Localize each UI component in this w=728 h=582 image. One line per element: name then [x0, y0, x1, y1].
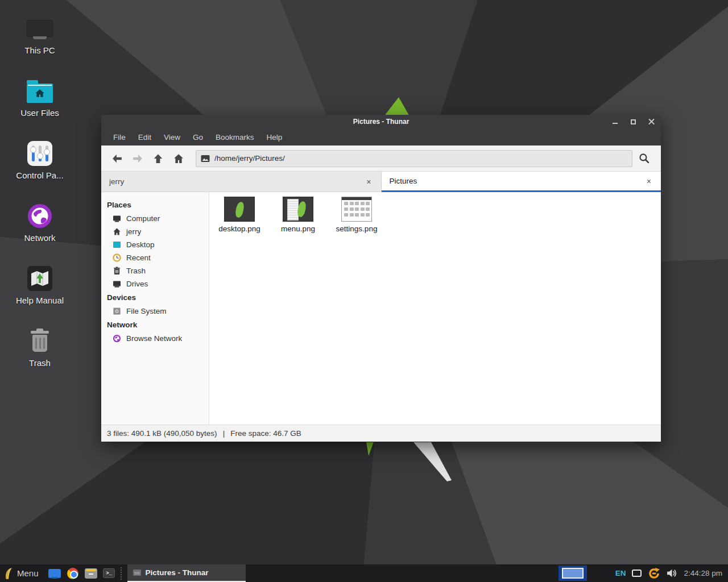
feather-green-sliver [366, 442, 374, 456]
window-thumbnail-icon [133, 569, 141, 576]
menubar: File Edit View Go Bookmarks Help [101, 128, 661, 146]
start-menu-button[interactable] [0, 564, 16, 582]
volume-icon[interactable] [667, 568, 677, 578]
tab-pictures[interactable]: Pictures × [382, 172, 661, 192]
back-button[interactable] [107, 149, 127, 168]
computer-icon [113, 214, 121, 223]
desktop-icon-this-pc[interactable]: This PC [0, 14, 80, 55]
sliders-icon [0, 139, 80, 168]
clock[interactable]: 2:44:28 pm [684, 569, 722, 577]
computer-icon [0, 14, 80, 43]
sidebar-header-devices: Devices [101, 290, 209, 305]
globe-icon [0, 202, 80, 230]
file-name: desktop.png [212, 225, 267, 233]
display-settings-tray-icon[interactable] [632, 569, 642, 577]
sidebar-item-label: Recent [126, 253, 151, 262]
sidebar-item-file-system[interactable]: File System [101, 305, 209, 318]
panel-grip[interactable] [121, 567, 125, 580]
sidebar-item-label: Browse Network [126, 334, 182, 343]
menu-button-label[interactable]: Menu [16, 568, 46, 578]
keyboard-layout-indicator[interactable]: EN [615, 569, 626, 577]
image-icon [201, 155, 210, 163]
file-name: settings.png [329, 225, 384, 233]
forward-arrow-icon [133, 153, 143, 164]
path-text: /home/jerry/Pictures/ [214, 154, 285, 163]
sidebar-item-label: Trash [126, 267, 146, 275]
file-item-desktop-png[interactable]: desktop.png [212, 197, 267, 233]
status-separator: | [223, 429, 225, 438]
back-arrow-icon [112, 153, 122, 164]
clock-icon [113, 253, 121, 262]
file-item-settings-png[interactable]: settings.png [329, 197, 384, 233]
file-manager-launcher[interactable] [82, 564, 100, 582]
feather-green-tip [383, 97, 410, 117]
menu-go[interactable]: Go [187, 131, 209, 144]
forward-button[interactable] [127, 149, 148, 168]
desktop-icon-network[interactable]: Network [0, 202, 80, 243]
thunar-window: Pictures - Thunar File Edit View Go Book… [101, 115, 661, 442]
desktop-icon-label: Help Manual [0, 296, 80, 305]
path-bar[interactable]: /home/jerry/Pictures/ [196, 150, 632, 167]
menu-file[interactable]: File [107, 131, 132, 144]
search-button[interactable] [632, 149, 655, 168]
up-arrow-icon [153, 153, 163, 164]
menu-help[interactable]: Help [260, 131, 289, 144]
home-folder-icon [0, 77, 80, 105]
desktop-icon-label: Network [0, 233, 80, 243]
file-pane[interactable]: desktop.png menu.png settings.png [209, 192, 661, 425]
file-thumbnail [341, 197, 372, 222]
feather-quill [413, 442, 452, 481]
desktop-icon-control-panel[interactable]: Control Pa... [0, 139, 80, 180]
menu-view[interactable]: View [158, 131, 187, 144]
task-button-thunar[interactable]: Pictures - Thunar [127, 564, 246, 582]
desktop-icon-label: This PC [0, 45, 80, 55]
workspace-switcher[interactable] [559, 566, 587, 581]
window-title: Pictures - Thunar [353, 118, 410, 126]
maximize-button[interactable] [629, 118, 637, 126]
show-desktop-button[interactable] [46, 564, 64, 582]
tab-bar: jerry × Pictures × [101, 172, 661, 192]
active-workspace[interactable] [562, 568, 584, 579]
desktop-icon-trash[interactable]: Trash [0, 327, 80, 368]
file-thumbnail [283, 197, 313, 222]
home-icon [173, 153, 184, 164]
sidebar-item-trash[interactable]: Trash [101, 264, 209, 277]
sidebar-item-desktop[interactable]: Desktop [101, 238, 209, 251]
tab-jerry[interactable]: jerry × [101, 172, 382, 192]
file-item-menu-png[interactable]: menu.png [271, 197, 325, 233]
up-button[interactable] [148, 149, 168, 168]
file-thumbnail [224, 197, 255, 222]
file-name: menu.png [271, 225, 325, 233]
update-manager-icon[interactable] [648, 567, 660, 580]
distro-logo-icon [3, 567, 13, 580]
search-icon [639, 153, 650, 164]
tab-close-icon[interactable]: × [645, 177, 653, 186]
terminal-launcher[interactable]: >_ [100, 564, 118, 582]
sidebar-item-browse-network[interactable]: Browse Network [101, 332, 209, 345]
status-bar: 3 files: 490.1 kB (490,050 bytes) | Free… [101, 425, 661, 442]
sidebar-item-jerry[interactable]: jerry [101, 225, 209, 238]
close-button[interactable] [647, 118, 655, 126]
sidebar-item-label: Desktop [126, 240, 155, 249]
system-tray: EN 2:44:28 pm [615, 567, 728, 580]
sidebar-item-recent[interactable]: Recent [101, 251, 209, 264]
desktop-icon [113, 240, 121, 249]
minimize-button[interactable] [611, 118, 619, 126]
desktop-icon-user-files[interactable]: User Files [0, 77, 80, 118]
status-free-space: Free space: 46.7 GB [230, 429, 301, 438]
trash-icon [113, 267, 121, 275]
tab-label: jerry [109, 177, 124, 186]
manual-map-icon [0, 264, 80, 293]
chrome-launcher[interactable] [64, 564, 82, 582]
sidebar-item-drives[interactable]: Drives [101, 277, 209, 290]
menu-bookmarks[interactable]: Bookmarks [209, 131, 260, 144]
home-button[interactable] [168, 149, 189, 168]
menu-edit[interactable]: Edit [132, 131, 158, 144]
titlebar[interactable]: Pictures - Thunar [101, 115, 661, 128]
desktop-icon-help-manual[interactable]: Help Manual [0, 264, 80, 305]
tab-close-icon[interactable]: × [365, 177, 373, 186]
sidebar-item-computer[interactable]: Computer [101, 212, 209, 225]
file-cabinet-icon [85, 568, 97, 579]
sidebar: Places Computer jerry Desktop [101, 192, 209, 425]
task-button-label: Pictures - Thunar [146, 568, 209, 577]
